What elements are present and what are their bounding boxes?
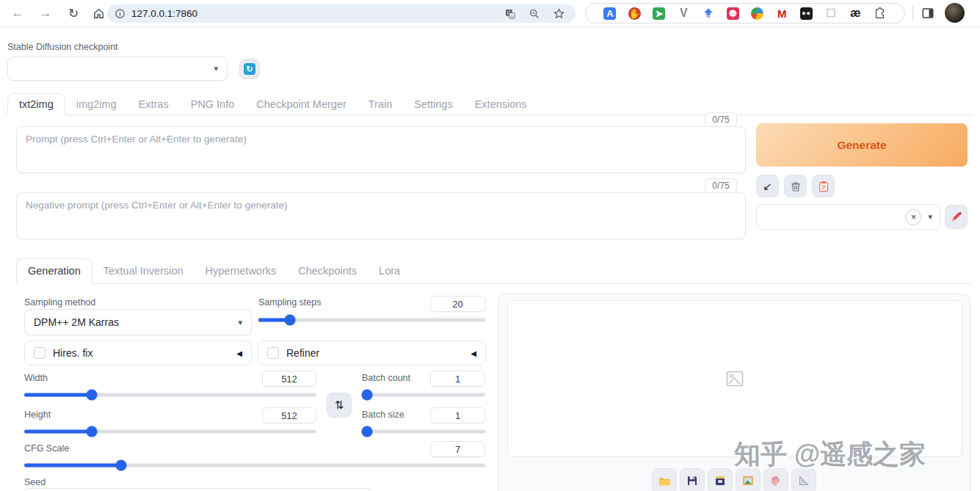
profile-avatar[interactable] bbox=[945, 3, 965, 23]
blue-arrow-extension-icon[interactable] bbox=[702, 7, 714, 20]
tab-textual-inversion[interactable]: Textual Inversion bbox=[92, 259, 195, 283]
width-slider[interactable] bbox=[24, 389, 316, 400]
tab-extras[interactable]: Extras bbox=[128, 94, 180, 114]
batch-size-slider-handle[interactable] bbox=[361, 426, 372, 437]
side-panel-icon[interactable] bbox=[918, 0, 938, 26]
red-circle-extension-icon[interactable]: ✋ bbox=[628, 7, 641, 20]
batch-count-input[interactable] bbox=[430, 371, 485, 387]
slider-fill bbox=[24, 463, 121, 467]
styles-dropdown[interactable]: × ▾ bbox=[756, 204, 940, 230]
cfg-scale-slider[interactable] bbox=[24, 459, 485, 470]
hires-fix-accordion[interactable]: Hires. fix ◀ bbox=[24, 341, 252, 365]
sampling-steps-slider-handle[interactable] bbox=[285, 314, 296, 325]
tab-png-info[interactable]: PNG Info bbox=[180, 94, 246, 114]
width-input[interactable] bbox=[262, 371, 316, 387]
width-slider-handle[interactable] bbox=[86, 389, 97, 400]
floppy-disk-icon bbox=[686, 475, 698, 487]
v-extension-icon[interactable]: V bbox=[678, 7, 690, 20]
pink-extension-icon[interactable]: ☸ bbox=[727, 7, 739, 20]
clear-prompt-button[interactable] bbox=[784, 175, 807, 197]
result-gallery[interactable] bbox=[507, 300, 962, 457]
apply-styles-button[interactable] bbox=[812, 175, 835, 197]
url-text[interactable]: 127.0.0.1:7860 bbox=[131, 8, 197, 19]
slider-track bbox=[362, 429, 485, 433]
browser-reload-icon[interactable]: ↻ bbox=[63, 0, 84, 26]
sampling-method-dropdown[interactable]: DPM++ 2M Karras ▾ bbox=[24, 309, 252, 335]
refresh-icon: ↻ bbox=[244, 63, 255, 75]
paste-button[interactable]: ↙ bbox=[756, 175, 779, 197]
translate-icon[interactable]: GA bbox=[504, 8, 516, 20]
sampling-steps-label: Sampling steps bbox=[258, 297, 321, 308]
seed-input[interactable] bbox=[24, 488, 373, 491]
open-folder-button[interactable] bbox=[652, 468, 677, 491]
browser-home-icon[interactable] bbox=[88, 0, 109, 26]
batch-count-slider[interactable] bbox=[362, 389, 485, 400]
refresh-checkpoints-button[interactable]: ↻ bbox=[239, 59, 260, 79]
height-input[interactable] bbox=[262, 407, 316, 423]
slider-fill bbox=[24, 429, 92, 433]
save-zip-button[interactable] bbox=[708, 468, 733, 491]
save-button[interactable] bbox=[680, 468, 705, 491]
tab-hypernetworks[interactable]: Hypernetworks bbox=[195, 259, 288, 283]
framed-picture-icon bbox=[742, 475, 754, 487]
tab-img2img[interactable]: img2img bbox=[65, 94, 128, 114]
browser-forward-icon[interactable]: → bbox=[35, 0, 56, 26]
bookmark-star-icon[interactable] bbox=[553, 7, 565, 20]
tab-lora[interactable]: Lora bbox=[368, 259, 411, 283]
ae-extension-icon[interactable]: æ bbox=[849, 7, 862, 20]
sampling-steps-input[interactable] bbox=[430, 296, 485, 312]
green-chat-extension-icon[interactable]: ➤ bbox=[653, 7, 665, 20]
browser-back-icon[interactable]: ← bbox=[7, 0, 28, 26]
extensions-puzzle-icon[interactable] bbox=[874, 7, 886, 20]
zoom-icon[interactable] bbox=[529, 8, 540, 20]
seed-label: Seed bbox=[24, 477, 46, 487]
refiner-label: Refiner bbox=[286, 347, 319, 359]
sampling-steps-slider[interactable] bbox=[258, 314, 485, 325]
height-label: Height bbox=[24, 410, 51, 420]
cfg-scale-slider-handle[interactable] bbox=[115, 459, 126, 470]
faded-extension-icon[interactable]: ☐ bbox=[825, 7, 838, 20]
cfg-scale-input[interactable] bbox=[430, 441, 485, 457]
batch-size-label: Batch size bbox=[362, 410, 404, 420]
batch-size-slider[interactable] bbox=[362, 426, 485, 437]
paste-arrow-icon: ↙ bbox=[763, 180, 772, 193]
negative-prompt-input[interactable] bbox=[16, 192, 746, 239]
accordion-collapsed-icon[interactable]: ◀ bbox=[236, 349, 242, 357]
swap-width-height-button[interactable]: ⇅ bbox=[327, 393, 352, 418]
batch-size-input[interactable] bbox=[430, 407, 485, 423]
triangular-ruler-icon bbox=[798, 475, 810, 487]
edit-styles-button[interactable] bbox=[945, 205, 968, 229]
address-bar[interactable]: 127.0.0.1:7860 GA bbox=[107, 4, 576, 23]
clear-styles-icon[interactable]: × bbox=[905, 209, 921, 225]
tab-generation[interactable]: Generation bbox=[16, 258, 92, 284]
checkpoint-dropdown[interactable]: ▾ bbox=[7, 57, 228, 81]
batch-count-slider-handle[interactable] bbox=[361, 389, 372, 400]
tab-settings[interactable]: Settings bbox=[403, 94, 463, 114]
refiner-accordion[interactable]: Refiner ◀ bbox=[258, 341, 486, 365]
color-pie-extension-icon[interactable] bbox=[751, 7, 763, 20]
tab-txt2img[interactable]: txt2img bbox=[7, 93, 65, 115]
prompt-token-counter: 0/75 bbox=[705, 112, 737, 128]
watermark: 知乎 @遥感之家 bbox=[734, 437, 957, 473]
tab-checkpoint-merger[interactable]: Checkpoint Merger bbox=[245, 94, 357, 114]
height-slider[interactable] bbox=[24, 426, 316, 437]
tab-train[interactable]: Train bbox=[357, 94, 404, 114]
tab-checkpoints[interactable]: Checkpoints bbox=[287, 259, 368, 283]
browser-toolbar: ← → ↻ 127.0.0.1:7860 GA A ✋ ➤ V ☸ M ●● ☐ bbox=[0, 0, 980, 27]
tab-extensions[interactable]: Extensions bbox=[464, 94, 538, 114]
wastebasket-icon bbox=[790, 181, 802, 192]
prompt-input[interactable] bbox=[16, 126, 746, 173]
accordion-collapsed-icon[interactable]: ◀ bbox=[471, 349, 476, 357]
height-slider-handle[interactable] bbox=[86, 426, 97, 437]
hires-fix-checkbox[interactable] bbox=[34, 347, 46, 359]
red-m-extension-icon[interactable]: M bbox=[776, 7, 788, 20]
main-tabs: txt2img img2img Extras PNG Info Checkpoi… bbox=[7, 94, 973, 115]
translate-extension-icon[interactable]: A bbox=[603, 7, 616, 20]
width-label: Width bbox=[24, 373, 48, 383]
slider-fill bbox=[24, 393, 92, 396]
generate-button[interactable]: Generate bbox=[756, 123, 968, 167]
black-eyes-extension-icon[interactable]: ●● bbox=[800, 7, 813, 20]
refiner-checkbox[interactable] bbox=[267, 347, 279, 359]
card-file-box-icon bbox=[714, 475, 726, 487]
site-info-icon[interactable] bbox=[115, 8, 126, 19]
